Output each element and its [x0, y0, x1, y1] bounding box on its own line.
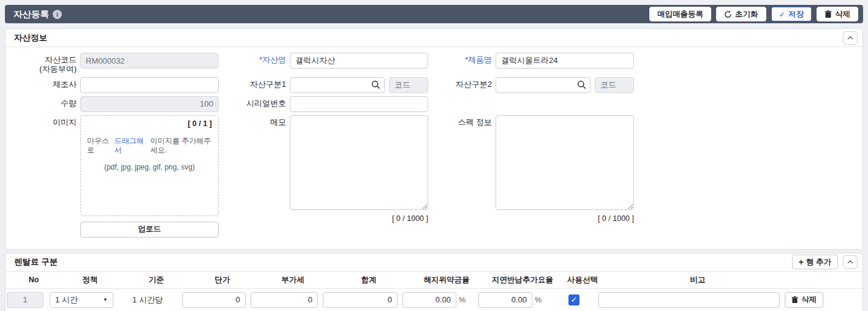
vat-field[interactable]	[251, 292, 318, 308]
save-label: 저장	[788, 9, 804, 20]
note-field[interactable]	[598, 292, 780, 308]
quantity-field	[80, 96, 219, 112]
asset-info-body: 자산코드 (자동부여) *자산명 *제품명 제조사 자산구분1	[6, 47, 862, 249]
chevron-up-icon	[847, 260, 853, 264]
check-icon: ✓	[779, 10, 785, 19]
serial-label: 시리얼번호	[222, 96, 290, 108]
spec-counter: [ 0 / 1000 ]	[496, 214, 634, 223]
purchase-sales-button[interactable]: 매입매출등록	[649, 7, 711, 21]
serial-field[interactable]	[290, 96, 428, 112]
asset-info-collapse-button[interactable]	[843, 31, 858, 45]
category1-code-field	[389, 77, 428, 93]
rental-fee-title: 렌탈료 구분	[14, 257, 58, 268]
plus-icon: +	[799, 258, 804, 266]
late-return-rate-field[interactable]	[478, 292, 532, 308]
page-title: 자산등록 i	[13, 9, 62, 20]
percent-sign: %	[459, 296, 466, 304]
image-dropzone[interactable]: [ 0 / 1 ] 마우스로 드래그해서 이미지를 추가해주세요. (pdf, …	[80, 115, 219, 216]
col-policy: 정책	[58, 275, 122, 285]
caret-down-icon: ▼	[103, 297, 108, 302]
reset-button[interactable]: 초기화	[716, 7, 766, 21]
spec-label: 스펙 정보	[428, 115, 496, 127]
unit-price-field[interactable]	[182, 292, 246, 308]
col-basis: 기준	[127, 275, 186, 285]
col-penalty-rate: 해지위약금율	[411, 275, 482, 285]
col-use-select: 사용선택	[563, 275, 602, 285]
basis-text: 1 시간당	[118, 294, 177, 305]
trash-icon	[791, 296, 798, 304]
penalty-rate-field[interactable]	[402, 292, 456, 308]
chevron-up-icon	[847, 36, 853, 40]
col-late-return-rate: 지연반납추가요율	[487, 275, 558, 285]
asset-name-label: *자산명	[222, 53, 290, 65]
asset-name-field[interactable]	[290, 53, 428, 69]
drag-highlight-text: 드래그해서	[115, 137, 145, 156]
use-select-checkbox[interactable]: ✓	[568, 294, 579, 305]
reset-label: 초기화	[735, 9, 758, 20]
category2-label: 자산구분2	[428, 77, 496, 89]
category2-search-field[interactable]	[496, 77, 591, 93]
delete-label: 삭제	[835, 9, 850, 20]
asset-info-title: 자산정보	[14, 32, 47, 43]
product-name-label: *제품명	[428, 53, 496, 65]
image-label: 이미지	[13, 115, 80, 127]
add-row-button[interactable]: + 행 추가	[792, 255, 838, 269]
col-total: 합계	[331, 275, 406, 285]
policy-selected-value: 1 시간	[55, 294, 78, 305]
image-counter: [ 0 / 1 ]	[87, 119, 212, 128]
product-name-field[interactable]	[496, 53, 634, 69]
percent-sign: %	[535, 296, 542, 304]
row-delete-label: 삭제	[801, 294, 817, 305]
asset-info-panel: 자산정보 자산코드 (자동부여) *자산명 *제품명 제조사 자산구분1	[5, 28, 863, 250]
header-actions: 매입매출등록 초기화 ✓ 저장 삭제	[649, 7, 858, 21]
memo-field[interactable]	[290, 115, 428, 210]
asset-code-label: 자산코드 (자동부여)	[13, 53, 80, 74]
delete-button[interactable]: 삭제	[817, 7, 858, 21]
col-vat: 부가세	[259, 275, 326, 285]
category1-label: 자산구분1	[222, 77, 290, 89]
manufacturer-field[interactable]	[80, 77, 219, 93]
manufacturer-label: 제조사	[13, 77, 80, 89]
rental-table-header: No 정책 기준 단가 부가세 합계 해지위약금율 지연반납추가요율 사용선택 …	[6, 272, 862, 289]
info-icon[interactable]: i	[53, 10, 62, 19]
total-field[interactable]	[323, 292, 398, 308]
asset-info-header: 자산정보	[6, 29, 862, 47]
category1-search-field[interactable]	[290, 77, 385, 93]
rental-table-row: 1 시간 ▼ 1 시간당 % % ✓ 삭제	[6, 289, 862, 311]
rental-fee-header: 렌탈료 구분 + 행 추가	[6, 253, 862, 272]
page-header: 자산등록 i 매입매출등록 초기화 ✓ 저장 삭제	[5, 5, 863, 23]
spec-field[interactable]	[496, 115, 634, 210]
col-unit-price: 단가	[191, 275, 254, 285]
row-delete-button[interactable]: 삭제	[785, 292, 823, 308]
search-icon[interactable]	[577, 80, 586, 89]
rental-collapse-button[interactable]	[843, 255, 858, 269]
page-title-text: 자산등록	[13, 9, 49, 20]
col-no: No	[14, 275, 53, 284]
row-no-field	[7, 292, 43, 308]
memo-counter: [ 0 / 1000 ]	[290, 214, 428, 223]
image-formats-text: (pdf, jpg, jpeg, gif, png, svg)	[87, 163, 212, 171]
quantity-label: 수량	[13, 96, 80, 108]
add-row-label: 행 추가	[806, 257, 831, 268]
upload-button[interactable]: 업로드	[80, 222, 219, 238]
refresh-icon	[724, 10, 732, 18]
rental-fee-panel: 렌탈료 구분 + 행 추가 No 정책 기준 단가 부가세 합계 해지위약금율 …	[5, 253, 863, 311]
col-note: 비고	[607, 275, 788, 285]
policy-select[interactable]: 1 시간 ▼	[50, 292, 113, 308]
trash-icon	[825, 10, 832, 18]
asset-code-field	[80, 53, 219, 69]
save-button[interactable]: ✓ 저장	[771, 7, 812, 21]
search-icon[interactable]	[371, 80, 380, 89]
memo-label: 메모	[222, 115, 290, 127]
category2-code-field	[595, 77, 634, 93]
image-drag-message: 마우스로 드래그해서 이미지를 추가해주세요.	[87, 137, 212, 156]
